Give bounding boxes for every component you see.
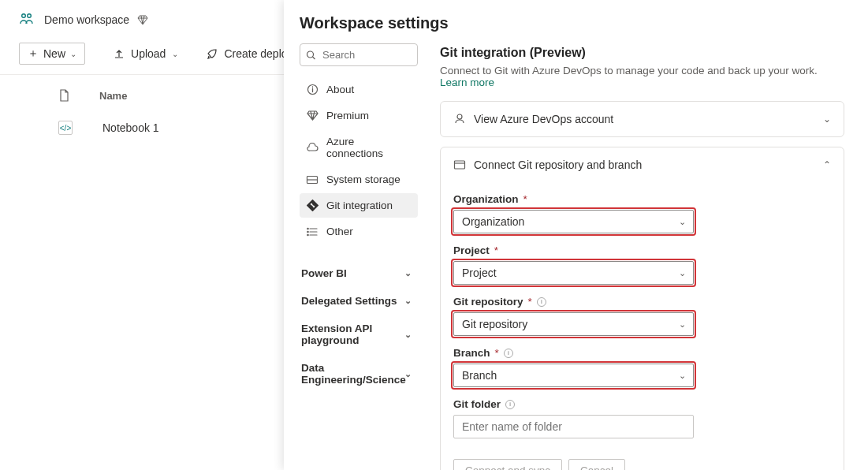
card-devops-head[interactable]: View Azure DevOps account ⌄ [441,102,844,136]
project-label: Project [453,244,490,256]
panel-title: Workspace settings [300,14,418,32]
nav-azure[interactable]: Azure connections [300,129,418,166]
required-star: * [495,347,499,359]
learn-more-link[interactable]: Learn more [440,76,494,88]
chevron-down-icon: ⌄ [823,114,831,125]
connect-button[interactable]: Connect and sync [453,459,562,470]
svg-rect-11 [455,161,465,169]
repo-icon [453,159,466,170]
search-input[interactable] [300,43,418,66]
required-star: * [523,193,527,205]
svg-point-8 [307,228,307,229]
organization-select[interactable]: Organization [453,210,694,233]
nav-delegated[interactable]: Delegated Settings ⌄ [300,287,418,315]
nav-git-label: Git integration [326,200,393,211]
nav-data-label: Data Engineering/Science [301,362,396,386]
workspace-icon [19,13,36,27]
table-col-name: Name [99,90,127,102]
nav-list: About Premium Azure connections System s… [300,77,418,244]
branch-select[interactable]: Branch [453,364,694,387]
nav-about[interactable]: About [300,77,418,102]
diamond-icon [137,14,148,25]
field-project: Project * Project ⌄ [453,244,831,285]
card-connect-title: Connect Git repository and branch [474,159,642,171]
field-branch: Branch * i Branch ⌄ [453,347,831,387]
info-icon[interactable]: i [537,297,546,307]
deploy-icon [207,48,218,59]
diamond-icon [306,110,319,121]
nav-storage[interactable]: System storage [300,167,418,192]
info-icon [306,84,319,95]
svg-point-9 [307,231,307,232]
repo-select-wrap: Git repository ⌄ [453,312,694,336]
upload-button[interactable]: Upload ⌄ [114,47,178,60]
card-connect-head[interactable]: Connect Git repository and branch ⌃ [441,147,844,182]
cloud-icon [306,143,319,152]
section-subtitle-text: Connect to Git with Azure DevOps to mana… [440,65,818,76]
card-devops-account: View Azure DevOps account ⌄ [440,101,844,137]
field-folder: Git folder i [453,398,831,438]
chevron-down-icon: ⌄ [404,369,412,379]
new-button[interactable]: ＋ New ⌄ [19,43,85,65]
branch-label: Branch [453,347,490,359]
row-name: Notebook 1 [102,121,159,134]
svg-point-10 [307,234,307,235]
nav-powerbi[interactable]: Power BI ⌄ [300,259,418,287]
nav-extension-label: Extension API playground [301,323,396,346]
settings-content: Git integration (Preview) Connect to Git… [426,0,868,470]
card-connect-body: Organization * Organization ⌄ Project * … [441,193,844,470]
card-connect-repo: Connect Git repository and branch ⌃ Orga… [440,147,844,470]
chevron-down-icon: ⌄ [70,50,76,58]
svg-point-1 [28,14,32,18]
chevron-down-icon: ⌄ [172,50,178,58]
nav-data[interactable]: Data Engineering/Science ⌄ [300,354,418,394]
nav-azure-label: Azure connections [326,136,412,159]
chevron-down-icon: ⌄ [404,296,412,306]
nav-collapsible: Power BI ⌄ Delegated Settings ⌄ Extensio… [300,259,418,394]
storage-icon [306,175,319,185]
plus-icon: ＋ [28,47,39,61]
project-select-wrap: Project ⌄ [453,261,694,285]
svg-point-2 [307,51,314,58]
branch-select-wrap: Branch ⌄ [453,364,694,387]
nav-powerbi-label: Power BI [301,267,347,279]
nav-delegated-label: Delegated Settings [301,295,397,307]
nav-premium-label: Premium [326,110,369,121]
settings-search [300,43,418,66]
cancel-button[interactable]: Cancel [568,459,625,470]
info-icon[interactable]: i [505,400,515,409]
nav-storage-label: System storage [326,173,400,185]
nav-about-label: About [326,84,354,95]
project-select[interactable]: Project [453,261,694,285]
section-subtitle: Connect to Git with Azure DevOps to mana… [440,65,844,88]
settings-nav: Workspace settings About Premium [284,0,426,470]
settings-panel: Workspace settings About Premium [284,0,868,470]
file-icon [58,89,69,102]
nav-extension[interactable]: Extension API playground ⌄ [300,315,418,354]
organization-select-wrap: Organization ⌄ [453,210,694,233]
chevron-up-icon: ⌃ [823,159,831,170]
chevron-down-icon: ⌄ [404,330,412,340]
required-star: * [494,244,498,256]
repo-select[interactable]: Git repository [453,312,694,336]
repo-label: Git repository [453,296,523,308]
field-repo: Git repository * i Git repository ⌄ [453,296,831,336]
button-row: Connect and sync Cancel [453,459,831,470]
nav-premium[interactable]: Premium [300,103,418,128]
field-organization: Organization * Organization ⌄ [453,193,831,233]
folder-input[interactable] [453,415,694,438]
nav-other-label: Other [326,226,353,237]
git-icon [306,200,319,211]
required-star: * [528,296,532,308]
organization-label: Organization [453,193,519,205]
svg-point-0 [22,14,26,18]
card-devops-title: View Azure DevOps account [474,113,613,125]
list-icon [306,227,319,237]
upload-label: Upload [131,47,166,60]
nav-git[interactable]: Git integration [300,193,418,218]
info-icon[interactable]: i [504,349,513,358]
notebook-icon: </> [58,121,73,135]
account-icon [453,113,466,125]
workspace-name: Demo workspace [44,13,129,26]
nav-other[interactable]: Other [300,219,418,244]
